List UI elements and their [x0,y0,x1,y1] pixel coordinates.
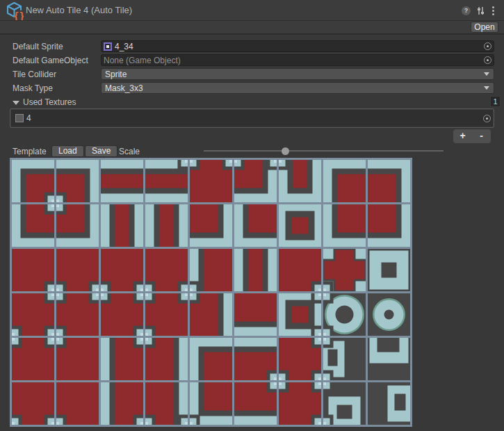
chevron-down-icon [484,72,489,76]
header-separator [0,33,504,35]
svg-text:{}: {} [13,10,24,20]
texture-preview[interactable] [10,158,412,427]
presets-icon[interactable] [476,6,485,15]
object-picker-icon[interactable] [483,115,491,122]
array-size-field[interactable]: 1 [490,96,501,107]
used-textures-list: 4 [10,108,494,128]
object-picker-icon[interactable] [484,56,491,64]
default-sprite-field[interactable]: 4_34 [101,40,494,52]
header-subbar [0,21,504,33]
kebab-menu-icon[interactable] [491,6,496,15]
texture-name: 4 [26,113,31,123]
default-sprite-value: 4_34 [115,42,133,51]
asset-title: New Auto Tile 4 (Auto Tile) [26,0,132,21]
scriptable-object-icon: {} [5,1,24,20]
texture-thumbnail-icon [15,114,24,122]
tile-collider-dropdown[interactable]: Sprite [101,68,494,80]
help-icon[interactable]: ? [462,6,471,15]
used-textures-label[interactable]: Used Textures [23,96,76,108]
inspector-header: {} New Auto Tile 4 (Auto Tile) ? [0,0,504,21]
remove-button[interactable]: - [472,129,491,143]
scale-label: Scale [119,145,140,158]
load-button[interactable]: Load [51,145,84,157]
foldout-triangle-icon[interactable] [13,101,19,105]
save-button[interactable]: Save [85,145,117,157]
chevron-down-icon [484,86,489,90]
open-button[interactable]: Open [471,22,498,33]
default-gameobject-field[interactable]: None (Game Object) [101,54,494,66]
scale-slider-knob[interactable] [282,147,289,155]
default-sprite-label: Default Sprite [13,40,63,53]
default-gameobject-label: Default GameObject [13,54,88,67]
inspector-window: { "header": { "title": "New Auto Tile 4 … [0,0,504,431]
mask-type-value: Mask_3x3 [105,83,143,93]
tile-collider-label: Tile Collider [13,68,56,81]
list-item[interactable]: 4 [11,110,493,127]
mask-type-label: Mask Type [13,82,53,95]
mask-type-dropdown[interactable]: Mask_3x3 [101,82,494,94]
sprite-icon [104,42,112,51]
scale-slider-track[interactable] [204,150,444,152]
object-picker-icon[interactable] [484,42,491,50]
add-button[interactable]: + [453,129,472,143]
scale-slider[interactable] [204,146,444,156]
default-gameobject-value: None (Game Object) [104,56,181,65]
template-label: Template [13,145,47,158]
tile-collider-value: Sprite [105,70,127,79]
list-footer: + - [453,129,491,143]
